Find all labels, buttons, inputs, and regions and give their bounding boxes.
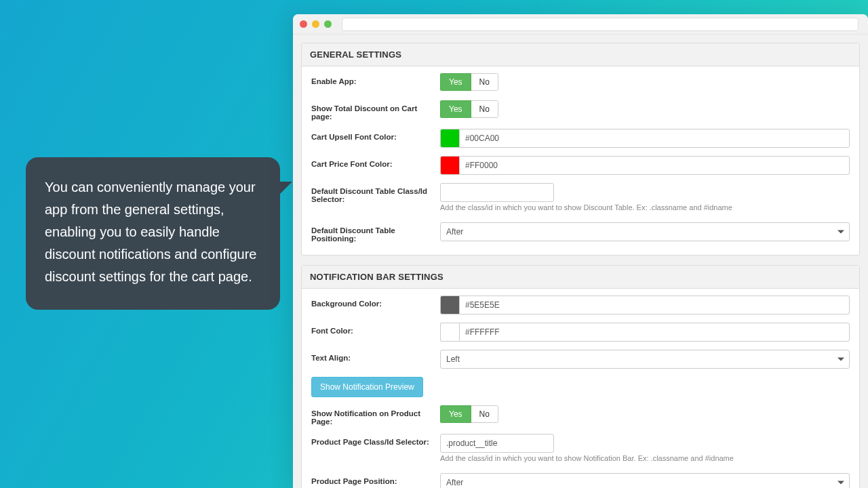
cart-upsell-color-input[interactable] [459, 129, 850, 148]
cart-price-color-label: Cart Price Font Color: [311, 156, 440, 168]
background-color-label: Background Color: [311, 296, 440, 308]
cart-price-color-input[interactable] [459, 156, 850, 175]
show-notification-preview-button[interactable]: Show Notification Preview [311, 377, 423, 397]
general-settings-panel: GENERAL SETTINGS Enable App: Yes No Show… [301, 43, 860, 256]
font-color-label: Font Color: [311, 323, 440, 335]
close-icon[interactable] [300, 20, 307, 28]
discount-table-positioning-label: Default Discount Table Positioning: [311, 222, 440, 243]
discount-table-selector-help: Add the class/id in which you want to sh… [440, 203, 850, 211]
show-on-product-no-button[interactable]: No [471, 405, 498, 423]
show-on-product-yes-button[interactable]: Yes [440, 405, 471, 423]
enable-app-no-button[interactable]: No [471, 73, 498, 91]
cart-price-color-swatch[interactable] [440, 156, 459, 175]
discount-table-positioning-select[interactable]: After [440, 222, 850, 241]
font-color-swatch[interactable] [440, 323, 459, 342]
product-page-selector-label: Product Page Class/Id Selector: [311, 434, 440, 446]
show-total-yes-button[interactable]: Yes [440, 100, 471, 118]
show-notification-product-toggle: Yes No [440, 405, 498, 423]
background-color-swatch[interactable] [440, 296, 459, 314]
enable-app-yes-button[interactable]: Yes [440, 73, 471, 91]
minimize-icon[interactable] [312, 20, 319, 28]
product-page-position-select[interactable]: After [440, 473, 850, 488]
product-page-position-label: Product Page Position: [311, 473, 440, 485]
enable-app-label: Enable App: [311, 73, 440, 85]
show-total-discount-label: Show Total Discount on Cart page: [311, 100, 440, 121]
show-total-no-button[interactable]: No [471, 100, 498, 118]
address-bar[interactable] [342, 18, 859, 31]
cart-upsell-color-swatch[interactable] [440, 129, 459, 148]
general-settings-heading: GENERAL SETTINGS [302, 43, 859, 66]
show-total-discount-toggle: Yes No [440, 100, 498, 118]
help-tooltip: You can conveniently manage your app fro… [26, 157, 280, 310]
discount-table-selector-input[interactable] [440, 183, 554, 202]
discount-table-selector-label: Default Discount Table Class/Id Selector… [311, 183, 440, 203]
notification-bar-settings-panel: NOTIFICATION BAR SETTINGS Background Col… [301, 265, 860, 488]
maximize-icon[interactable] [324, 20, 332, 28]
background-color-input[interactable] [459, 296, 850, 314]
product-page-selector-help: Add the class/id in which you want to sh… [440, 454, 850, 462]
tooltip-text: You can conveniently manage your app fro… [45, 180, 256, 284]
text-align-label: Text Align: [311, 350, 440, 362]
browser-window: GENERAL SETTINGS Enable App: Yes No Show… [293, 14, 868, 488]
notification-bar-heading: NOTIFICATION BAR SETTINGS [302, 266, 859, 289]
cart-upsell-color-label: Cart Upsell Font Color: [311, 129, 440, 141]
show-notification-product-label: Show Notification on Product Page: [311, 405, 440, 426]
product-page-selector-input[interactable] [440, 434, 554, 453]
text-align-select[interactable]: Left [440, 350, 850, 369]
window-titlebar [293, 14, 868, 35]
page-content: GENERAL SETTINGS Enable App: Yes No Show… [293, 35, 868, 488]
enable-app-toggle: Yes No [440, 73, 498, 91]
font-color-input[interactable] [459, 323, 850, 342]
